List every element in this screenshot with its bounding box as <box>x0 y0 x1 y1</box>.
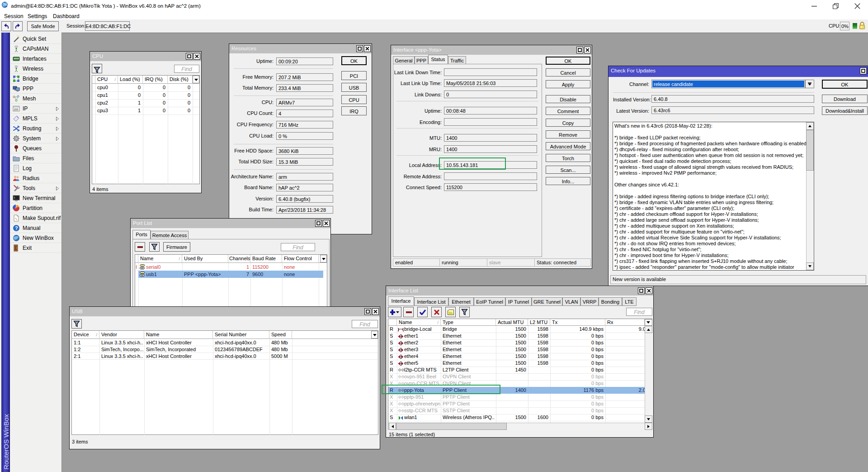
svg-text:?: ? <box>15 225 18 231</box>
svg-text:255: 255 <box>14 108 19 111</box>
